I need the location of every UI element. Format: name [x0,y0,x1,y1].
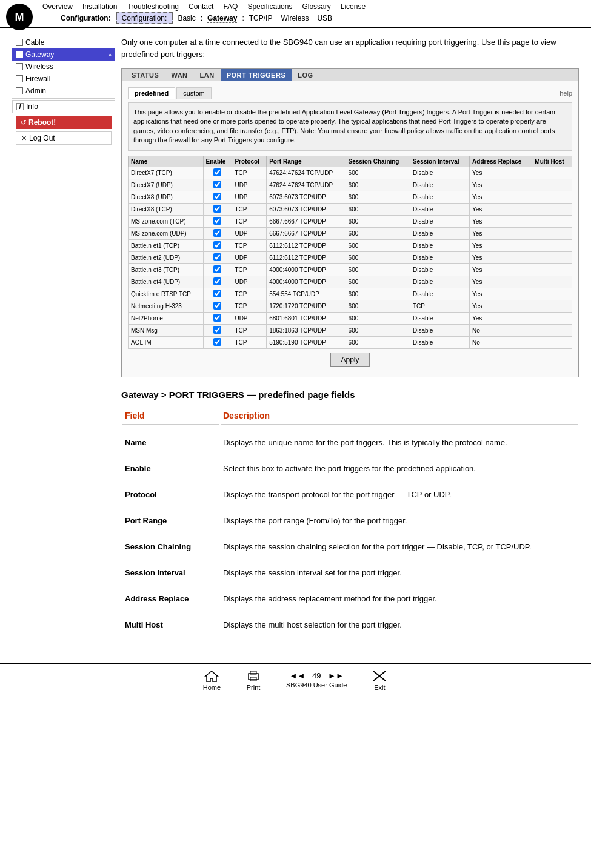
cell-enable[interactable] [203,312,232,324]
cell-enable[interactable] [203,263,232,276]
enable-checkbox[interactable] [213,326,221,334]
help-link[interactable]: help [559,90,572,97]
enable-checkbox[interactable] [213,277,221,285]
cell-protocol: TCP [232,239,267,251]
nav-installation[interactable]: Installation [82,2,117,11]
cell-name: DirectX8 (TCP) [129,203,204,215]
col-session-chaining: Session Chaining [346,156,410,167]
enable-checkbox[interactable] [213,290,221,297]
field-desc-row: Name Displays the unique name for the po… [122,434,578,451]
tab-predefined[interactable]: predefined [128,87,175,99]
enable-checkbox[interactable] [213,253,221,261]
cell-enable[interactable] [203,288,232,300]
sidebar: Cable Gateway » Wireless Firewall Admin … [12,36,115,643]
sidebar-item-info[interactable]: i Info [12,100,115,113]
nav-specifications[interactable]: Specifications [247,2,292,11]
cell-protocol: TCP [232,167,267,179]
cell-protocol: TCP [232,203,267,215]
sidebar-item-firewall[interactable]: Firewall [12,73,115,85]
cell-session-chaining: 600 [346,288,410,300]
footer-print[interactable]: Print [245,669,262,691]
logout-button[interactable]: ✕ Log Out [16,131,112,145]
sidebar-item-wireless[interactable]: Wireless [12,61,115,73]
page-next-icon[interactable]: ►► [328,671,344,680]
content-area: Only one computer at a time connected to… [121,36,579,643]
cell-enable[interactable] [203,276,232,288]
config-tab-basic[interactable]: Basic [178,14,195,22]
panel-tab-port-triggers[interactable]: PORT TRIGGERS [221,69,292,81]
enable-checkbox[interactable] [213,338,221,346]
cell-enable[interactable] [203,336,232,348]
config-tab-usb[interactable]: USB [317,14,332,22]
enable-checkbox[interactable] [213,205,221,213]
enable-checkbox[interactable] [213,193,221,200]
field-name-cell: Name [122,434,219,451]
nav-contact[interactable]: Contact [189,2,213,11]
cell-enable[interactable] [203,179,232,191]
enable-checkbox[interactable] [213,181,221,188]
panel-tab-log[interactable]: LOG [292,69,319,81]
cell-multi-host [532,276,572,288]
cell-multi-host [532,336,572,348]
nav-overview[interactable]: Overview [42,2,73,11]
cell-enable[interactable] [203,324,232,336]
footer-exit[interactable]: Exit [371,669,388,691]
cell-enable[interactable] [203,239,232,251]
nav-troubleshooting[interactable]: Troubleshooting [127,2,179,11]
cell-protocol: TCP [232,263,267,276]
page-prev-icon[interactable]: ◄◄ [290,671,306,680]
col-enable: Enable [203,156,232,167]
field-desc-row: Session Chaining Displays the session ch… [122,538,578,555]
cell-address-replace: Yes [470,300,532,312]
info-icon: i [16,103,24,110]
config-tab-tcpip[interactable]: TCP/IP [249,14,273,22]
print-icon [245,669,262,683]
cell-port-range: 47624:47624 TCP/UDP [267,179,346,191]
svg-rect-3 [250,677,256,681]
cell-protocol: TCP [232,336,267,348]
nav-glossary[interactable]: Glossary [302,2,330,11]
cell-enable[interactable] [203,251,232,263]
cell-enable[interactable] [203,227,232,239]
cell-enable[interactable] [203,191,232,203]
reboot-icon: ↺ [21,119,26,127]
cell-protocol: UDP [232,251,267,263]
enable-checkbox[interactable] [213,302,221,310]
cell-multi-host [532,300,572,312]
footer-home[interactable]: Home [203,669,221,691]
cell-enable[interactable] [203,215,232,227]
cell-enable[interactable] [203,167,232,179]
panel-tab-status[interactable]: STATUS [125,69,165,81]
enable-checkbox[interactable] [213,217,221,225]
sidebar-item-admin[interactable]: Admin [12,85,115,97]
apply-button[interactable]: Apply [330,353,369,367]
table-row: MSN Msg TCP 1863:1863 TCP/UDP 600 Disabl… [129,324,572,336]
config-tab-gateway[interactable]: Gateway [207,14,237,23]
cell-enable[interactable] [203,300,232,312]
exit-icon [371,669,388,683]
enable-checkbox[interactable] [213,314,221,322]
field-name-cell: Multi Host [122,617,219,633]
sidebar-item-cable[interactable]: Cable [12,36,115,48]
cell-session-chaining: 600 [346,227,410,239]
enable-checkbox[interactable] [213,241,221,249]
enable-checkbox[interactable] [213,168,221,176]
nav-license[interactable]: License [341,2,366,11]
cell-port-range: 1720:1720 TCP/UDP [267,300,346,312]
cell-session-chaining: 600 [346,276,410,288]
nav-faq[interactable]: FAQ [223,2,238,11]
cell-port-range: 6667:6667 TCP/UDP [267,227,346,239]
wireless-icon [16,63,23,70]
sidebar-item-gateway[interactable]: Gateway » [12,48,115,61]
field-desc-row: Port Range Displays the port range (From… [122,512,578,529]
cell-session-interval: TCP [410,300,469,312]
enable-checkbox[interactable] [213,229,221,237]
reboot-button[interactable]: ↺ Reboot! [16,116,112,129]
panel-tab-lan[interactable]: LAN [194,69,221,81]
config-tab-wireless[interactable]: Wireless [281,14,309,22]
col-multi-host: Multi Host [532,156,572,167]
enable-checkbox[interactable] [213,265,221,273]
panel-tab-wan[interactable]: WAN [165,69,193,81]
cell-enable[interactable] [203,203,232,215]
tab-custom[interactable]: custom [176,87,211,99]
